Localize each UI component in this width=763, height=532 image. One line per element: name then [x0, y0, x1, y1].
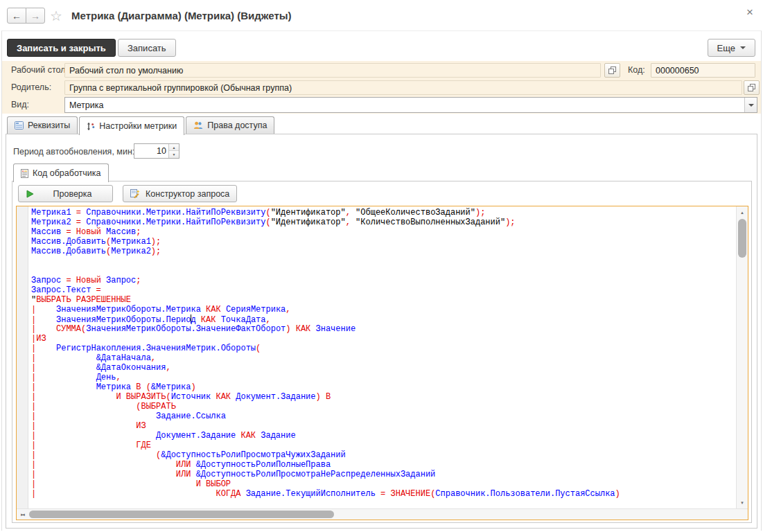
vertical-scrollbar[interactable]: ▲ ▼ — [736, 206, 748, 508]
query-builder-label: Конструктор запроса — [146, 189, 229, 199]
more-button-label: Еще — [717, 43, 735, 53]
kind-dropdown-button[interactable] — [744, 98, 757, 112]
open-parent-button[interactable] — [744, 80, 760, 95]
code-line: Запрос = Новый Запрос; — [31, 276, 736, 285]
autorefresh-input[interactable] — [134, 144, 168, 158]
code-line: Метрика1 = Справочники.Метрики.НайтиПоРе… — [31, 208, 736, 218]
code-line: | И ВЫБОР — [31, 479, 736, 489]
code-editor[interactable]: Метрика1 = Справочники.Метрики.НайтиПоРе… — [16, 206, 748, 520]
scroll-right-icon: ► — [20, 513, 24, 517]
code-line: | ЗначенияМетрикОбороты.Метрика КАК Сери… — [31, 305, 736, 314]
code-toolbar: Проверка Конструктор запроса — [18, 185, 237, 202]
nav-buttons: ← → — [7, 8, 45, 24]
autorefresh-label: Период автообновления, мин: — [13, 147, 134, 157]
metric-settings-panel: Период автообновления, мин: ▲ ▼ Код обра… — [6, 134, 757, 529]
query-builder-button[interactable]: Конструктор запроса — [123, 185, 237, 202]
scroll-right-button[interactable]: ► — [17, 509, 28, 520]
tab-label: Реквизиты — [28, 121, 70, 130]
code-line: | Документ.Задание КАК Задание — [31, 431, 736, 441]
code-document-icon — [21, 169, 28, 178]
code-field: 000000650 — [651, 63, 755, 78]
desktop-row: Рабочий стол: Рабочий стол по умолчанию … — [2, 62, 761, 79]
code-line: | ИЛИ &ДоступностьРолиПолныеПрава — [31, 460, 736, 470]
code-line: | Метрика В (&Метрика) — [31, 382, 736, 392]
code-line — [31, 256, 736, 266]
more-button[interactable]: Еще — [708, 39, 755, 57]
save-button[interactable]: Записать — [118, 39, 176, 57]
parent-label: Родитель: — [11, 82, 51, 92]
save-and-close-button[interactable]: Записать и закрыть — [7, 39, 116, 57]
run-icon — [26, 190, 34, 198]
form-header-area: Рабочий стол: Рабочий стол по умолчанию … — [2, 61, 761, 114]
code-line: | РегистрНакопления.ЗначенияМетрик.Оборо… — [31, 344, 736, 353]
horizontal-scroll-thumb[interactable] — [29, 511, 334, 518]
code-line: | День, — [31, 373, 736, 382]
code-line: | И ВЫРАЗИТЬ(Источник КАК Документ.Задан… — [31, 392, 736, 402]
spin-down-icon: ▼ — [173, 152, 176, 157]
code-line: | &ДатаОкончания, — [31, 363, 736, 373]
spin-up-button[interactable]: ▲ — [169, 144, 179, 151]
horizontal-scrollbar[interactable]: ◄ ► — [17, 508, 748, 520]
tab-access-rights[interactable]: Права доступа — [186, 116, 274, 134]
code-line — [31, 266, 736, 276]
tab-handler-code[interactable]: Код обработчика — [13, 163, 109, 182]
code-label: Код: — [628, 65, 645, 75]
code-lines[interactable]: Метрика1 = Справочники.Метрики.НайтиПоРе… — [28, 206, 736, 508]
open-icon — [748, 84, 755, 91]
users-icon — [193, 121, 203, 130]
code-line: | Задание.Ссылка — [31, 411, 736, 421]
desktop-label: Рабочий стол: — [11, 65, 68, 75]
inner-tabbar: Код обработчика — [13, 163, 109, 182]
parent-row: Родитель: Группа с вертикальной группиро… — [2, 79, 761, 96]
code-line: Запрос.Текст = — [31, 285, 736, 295]
code-line: | &ДатаНачала, — [31, 353, 736, 363]
chevron-down-icon — [740, 46, 746, 49]
kind-row: Вид: Метрика — [2, 96, 761, 114]
kind-label: Вид: — [11, 100, 29, 109]
code-line: | ГДЕ — [31, 441, 736, 450]
chevron-down-icon — [748, 104, 754, 107]
spin-down-button[interactable]: ▼ — [169, 151, 179, 158]
tab-requisites[interactable]: Реквизиты — [7, 116, 78, 134]
tab-label: Код обработчика — [33, 168, 101, 178]
main-tabbar: Реквизиты Настройки метрики Права доступ… — [7, 116, 274, 135]
desktop-field[interactable]: Рабочий стол по умолчанию — [64, 63, 601, 78]
code-line: "ВЫБРАТЬ РАЗРЕШЕННЫЕ — [31, 295, 736, 305]
parent-field[interactable]: Группа с вертикальной группировкой (Обыч… — [64, 80, 742, 95]
query-builder-icon — [130, 189, 140, 198]
scroll-down-button[interactable]: ▼ — [737, 497, 748, 508]
open-desktop-button[interactable] — [604, 63, 620, 78]
check-button-label: Проверка — [40, 189, 105, 199]
code-line: | (ВЫБРАТЬ — [31, 402, 736, 411]
page-title: Метрика (Диаграмма) (Метрика) (Виджеты) — [71, 10, 292, 21]
kind-value: Метрика — [69, 100, 103, 110]
open-icon — [608, 66, 616, 74]
code-line: Массив = Новый Массив; — [31, 227, 736, 237]
vertical-scroll-thumb[interactable] — [738, 219, 746, 258]
tab-label: Настройки метрики — [99, 121, 177, 131]
back-button[interactable]: ← — [7, 8, 26, 24]
forward-arrow-icon: → — [30, 10, 40, 21]
favorite-star-icon[interactable]: ☆ — [50, 8, 62, 24]
metric-axis-icon — [87, 122, 95, 131]
spin-up-icon: ▲ — [173, 145, 176, 150]
code-line: | ЗначенияМетрикОбороты.Период КАК Точка… — [31, 314, 736, 324]
editor-main: Метрика1 = Справочники.Метрики.НайтиПоРе… — [17, 206, 748, 508]
code-line: | ИЛИ &ДоступностьРолиПросмотраНеРаспред… — [31, 470, 736, 479]
scroll-up-icon: ▲ — [740, 211, 744, 215]
code-line: | ИЗ — [31, 421, 736, 431]
autorefresh-spinbox: ▲ ▼ — [134, 143, 179, 159]
close-icon[interactable]: × — [746, 6, 753, 19]
check-button[interactable]: Проверка — [18, 185, 113, 202]
scroll-down-icon: ▼ — [740, 501, 744, 505]
forward-button[interactable]: → — [26, 8, 45, 24]
code-line: | КОГДА Задание.ТекущийИсполнитель = ЗНА… — [31, 489, 736, 499]
app-window: ← → ☆ Метрика (Диаграмма) (Метрика) (Вид… — [0, 0, 763, 532]
code-line: | (&ДоступностьРолиПросмотраЧужихЗаданий — [31, 450, 736, 460]
editor-gutter — [17, 206, 28, 508]
spinner-buttons: ▲ ▼ — [168, 144, 179, 158]
kind-combobox[interactable]: Метрика — [64, 97, 757, 113]
scroll-up-button[interactable]: ▲ — [737, 207, 748, 218]
code-line: Метрика2 = Справочники.Метрики.НайтиПоРе… — [31, 218, 736, 227]
tab-metric-settings[interactable]: Настройки метрики — [79, 116, 184, 135]
